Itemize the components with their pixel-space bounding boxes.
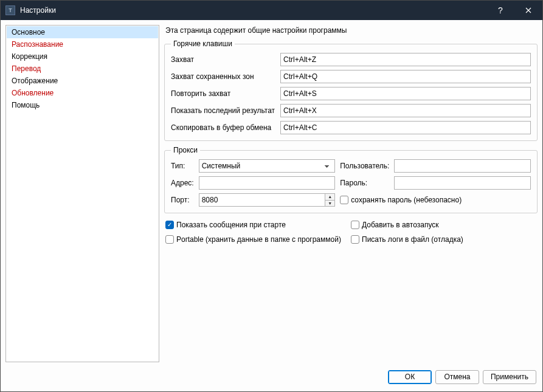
proxy-pass-input[interactable] (394, 176, 531, 190)
portable-label: Portable (хранить данные в папке с прогр… (176, 235, 341, 244)
apply-button[interactable]: Применить (483, 370, 536, 384)
help-button[interactable]: ? (486, 1, 514, 20)
proxy-legend: Прокси (171, 146, 200, 154)
cancel-button[interactable]: Отмена (435, 370, 479, 384)
proxy-addr-label: Адрес: (171, 179, 194, 187)
sidebar-item-5[interactable]: Обновление (7, 87, 158, 99)
save-password-label: сохранять пароль (небезопасно) (351, 196, 462, 204)
autostart-checkbox[interactable] (351, 221, 359, 229)
hotkey-label-0: Захват (171, 55, 280, 64)
hotkey-row-2: Повторить захват (171, 87, 531, 100)
settings-window: T Настройки ? ОсновноеРаспознаваниеКорре… (0, 0, 543, 392)
hotkeys-legend: Горячие клавиши (171, 40, 235, 48)
hotkey-input-3[interactable] (280, 104, 531, 117)
hotkey-input-1[interactable] (280, 70, 531, 83)
window-title: Настройки (20, 6, 486, 15)
hotkey-label-3: Показать последний результат (171, 106, 280, 115)
close-button[interactable] (514, 1, 542, 20)
chevron-down-icon[interactable]: ▼ (325, 201, 334, 207)
main-panel: Эта страница содержит общие настройки пр… (164, 25, 538, 362)
sidebar-item-0[interactable]: Основное (7, 26, 158, 38)
footer: ОК Отмена Применить (1, 367, 542, 391)
portable-checkbox[interactable] (165, 235, 174, 244)
hotkey-input-2[interactable] (280, 87, 531, 100)
hotkey-input-0[interactable] (280, 53, 531, 66)
sidebar-item-1[interactable]: Распознавание (7, 38, 158, 50)
proxy-port-input[interactable] (199, 193, 336, 207)
hotkey-label-4: Скопировать в буфер обмена (171, 123, 280, 132)
port-spinner[interactable]: ▲ ▼ (325, 194, 334, 206)
hotkeys-group: Горячие клавиши ЗахватЗахват сохраненных… (164, 40, 538, 141)
proxy-user-label: Пользователь: (340, 162, 389, 170)
chevron-up-icon[interactable]: ▲ (325, 194, 334, 201)
close-icon (525, 7, 531, 13)
hotkey-input-4[interactable] (280, 121, 531, 134)
body: ОсновноеРаспознаваниеКоррекцияПереводОто… (1, 20, 542, 367)
proxy-type-select[interactable]: Системный (199, 159, 336, 173)
save-password-checkbox[interactable] (340, 196, 348, 204)
ok-button[interactable]: ОК (388, 370, 432, 384)
proxy-type-label: Тип: (171, 162, 194, 170)
autostart-label: Добавить в автозапуск (362, 221, 439, 229)
app-icon: T (5, 5, 15, 15)
write-logs-label: Писать логи в файл (отладка) (362, 235, 463, 244)
show-start-checkbox[interactable] (165, 221, 174, 229)
write-logs-checkbox[interactable] (351, 235, 359, 244)
hotkey-row-4: Скопировать в буфер обмена (171, 121, 531, 134)
proxy-port-label: Порт: (171, 196, 194, 204)
hotkey-row-0: Захват (171, 53, 531, 66)
page-description: Эта страница содержит общие настройки пр… (164, 25, 538, 40)
sidebar-item-6[interactable]: Помощь (7, 99, 158, 111)
sidebar-item-4[interactable]: Отображение (7, 75, 158, 87)
hotkey-row-3: Показать последний результат (171, 104, 531, 117)
titlebar: T Настройки ? (1, 1, 542, 20)
sidebar-item-3[interactable]: Перевод (7, 63, 158, 75)
proxy-addr-input[interactable] (199, 176, 336, 190)
options-grid: Показать сообщения при старте Добавить в… (165, 221, 536, 247)
hotkey-label-2: Повторить захват (171, 89, 280, 98)
proxy-user-input[interactable] (394, 159, 531, 173)
hotkey-row-1: Захват сохраненных зон (171, 70, 531, 83)
sidebar: ОсновноеРаспознаваниеКоррекцияПереводОто… (5, 25, 159, 362)
sidebar-item-2[interactable]: Коррекция (7, 50, 158, 63)
proxy-group: Прокси Тип: Системный Пользователь: Адре… (164, 146, 538, 213)
show-start-label: Показать сообщения при старте (176, 221, 286, 229)
proxy-pass-label: Пароль: (340, 179, 389, 187)
hotkey-label-1: Захват сохраненных зон (171, 72, 280, 81)
